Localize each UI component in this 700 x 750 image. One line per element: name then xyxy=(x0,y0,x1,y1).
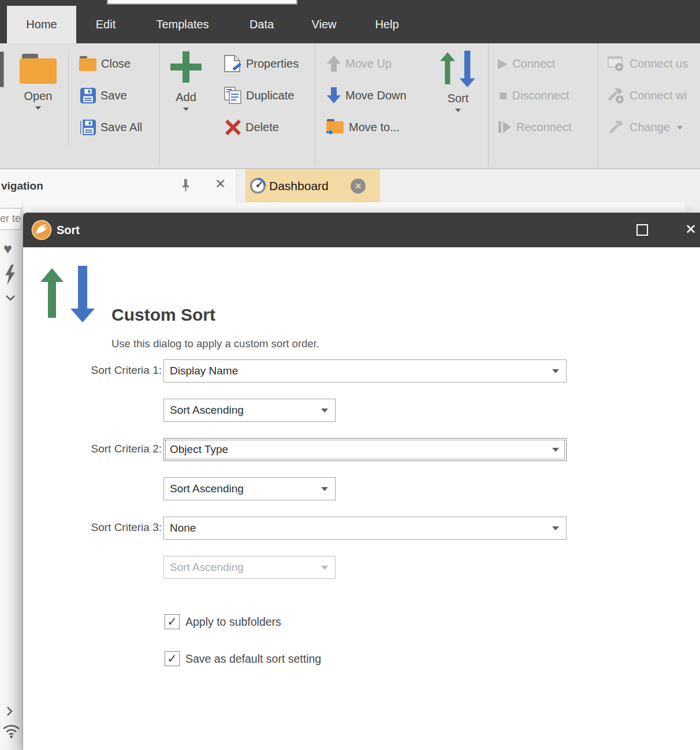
combo-caret-icon xyxy=(552,369,559,373)
content-top-band xyxy=(0,202,684,214)
search-input[interactable]: er te xyxy=(0,208,21,230)
group-separator xyxy=(598,44,598,167)
sort-criteria-1-label: Sort Criteria 1: xyxy=(35,364,162,377)
tab-home[interactable]: Home xyxy=(7,6,76,43)
move-to-folder-icon xyxy=(326,119,344,135)
save-button[interactable]: Save xyxy=(80,87,127,104)
folder-close-icon xyxy=(79,56,96,71)
dialog-title: Sort xyxy=(57,213,80,247)
save-all-icon xyxy=(79,120,96,135)
tab-templates[interactable]: Templates xyxy=(141,6,224,43)
sort-button[interactable]: Sort xyxy=(439,49,477,112)
arrow-down-icon xyxy=(327,87,341,103)
window-edge-strip xyxy=(107,0,297,5)
navigation-panel-title: vigation xyxy=(1,169,43,202)
tab-strip: vigation ✕ Dashboard ✕ xyxy=(0,169,700,202)
dropdown-caret-icon xyxy=(677,126,683,129)
save-default-label: Save as default sort setting xyxy=(185,652,321,666)
folder-open-icon xyxy=(14,54,62,84)
pin-icon[interactable] xyxy=(181,179,191,192)
lightning-icon[interactable] xyxy=(4,265,16,285)
combo-caret-icon xyxy=(321,566,328,570)
dropdown-caret-icon xyxy=(35,106,41,110)
inner-separator xyxy=(68,49,69,147)
clipped-button-fragment xyxy=(0,51,4,87)
wifi-icon[interactable] xyxy=(2,723,20,738)
connect-button[interactable]: ▶ Connect xyxy=(498,55,555,72)
maximize-icon[interactable] xyxy=(636,224,648,236)
dialog-heading: Custom Sort xyxy=(111,305,215,325)
duplicate-button[interactable]: Duplicate xyxy=(224,87,294,104)
combo-caret-icon xyxy=(552,448,559,452)
play-icon: ▶ xyxy=(498,56,508,71)
combo-caret-icon xyxy=(552,526,559,530)
close-dialog-icon[interactable]: ✕ xyxy=(682,213,700,247)
sort-criteria-1-select[interactable]: Display Name xyxy=(163,359,567,383)
arrow-up-icon xyxy=(327,55,341,72)
dialog-subtitle: Use this dialog to apply a custom sort o… xyxy=(111,337,319,350)
chevron-down-icon[interactable] xyxy=(5,295,16,302)
connect-using-button[interactable]: Connect us xyxy=(608,55,688,72)
combo-caret-icon xyxy=(321,409,328,413)
combo-caret-icon xyxy=(321,487,328,491)
sort-criteria-2-select[interactable]: Object Type xyxy=(163,438,567,461)
dialog-title-bar[interactable]: Sort ✕ xyxy=(23,213,700,247)
hammer-play-icon xyxy=(608,87,625,104)
duplicate-icon xyxy=(224,87,241,104)
change-button[interactable]: Change xyxy=(609,118,683,136)
move-to-button[interactable]: Move to... xyxy=(326,118,400,136)
group-separator xyxy=(159,44,159,167)
gauge-icon xyxy=(250,177,266,194)
dropdown-caret-icon xyxy=(183,107,189,111)
application-window: Home Edit Templates Data View Help Open xyxy=(0,0,700,750)
sort-arrows-icon xyxy=(439,49,477,87)
open-button[interactable]: Open xyxy=(14,54,62,110)
navigation-panel-header: vigation ✕ xyxy=(0,169,237,202)
hammer-icon xyxy=(609,120,625,135)
stop-icon: ■ xyxy=(499,87,508,103)
reconnect-button[interactable]: Reconnect xyxy=(498,118,572,136)
window-play-icon xyxy=(608,56,625,72)
plus-icon xyxy=(166,51,206,83)
properties-button[interactable]: Properties xyxy=(224,55,299,72)
dashboard-tab-label: Dashboard xyxy=(269,169,329,202)
disconnect-button[interactable]: ■ Disconnect xyxy=(499,87,569,104)
sort-criteria-3-select[interactable]: None xyxy=(163,517,567,540)
save-icon xyxy=(80,88,96,103)
navigation-panel-strip: er te ♥ xyxy=(0,202,23,750)
save-default-checkbox[interactable]: ✓ xyxy=(165,651,180,666)
dropdown-caret-icon xyxy=(455,109,461,112)
save-all-button[interactable]: Save All xyxy=(79,118,142,136)
close-panel-icon[interactable]: ✕ xyxy=(215,176,226,192)
search-placeholder-fragment: er te xyxy=(0,213,21,225)
sort-order-2-select[interactable]: Sort Ascending xyxy=(163,477,336,500)
tab-help[interactable]: Help xyxy=(363,6,411,43)
sort-dialog: Sort ✕ Custom Sort Use this dialog to ap… xyxy=(23,213,700,750)
move-down-button[interactable]: Move Down xyxy=(327,87,407,104)
close-button[interactable]: Close xyxy=(79,55,131,72)
close-tab-icon[interactable]: ✕ xyxy=(351,179,366,194)
dashboard-tab[interactable]: Dashboard ✕ xyxy=(245,169,380,202)
hammer-play-icon-button[interactable]: Connect wi xyxy=(608,87,687,104)
group-separator xyxy=(488,44,489,167)
add-button[interactable]: Add xyxy=(166,51,206,111)
sort-criteria-2-label: Sort Criteria 2: xyxy=(35,443,162,455)
properties-icon xyxy=(224,55,241,72)
sort-order-3-select: Sort Ascending xyxy=(163,556,336,579)
apply-subfolders-checkbox[interactable]: ✓ xyxy=(165,614,180,629)
menu-bar: Home Edit Templates Data View Help xyxy=(0,0,700,43)
dialog-body: Custom Sort Use this dialog to apply a c… xyxy=(23,247,700,750)
tab-data[interactable]: Data xyxy=(234,6,289,43)
move-up-button[interactable]: Move Up xyxy=(327,55,392,72)
delete-button[interactable]: Delete xyxy=(225,118,279,136)
sort-order-1-select[interactable]: Sort Ascending xyxy=(163,399,336,422)
group-separator xyxy=(315,44,315,167)
apply-subfolders-label: Apply to subfolders xyxy=(185,615,281,629)
tab-view[interactable]: View xyxy=(299,6,349,43)
custom-sort-arrows-icon xyxy=(40,263,96,322)
heart-icon[interactable]: ♥ xyxy=(3,240,12,257)
sort-criteria-3-label: Sort Criteria 3: xyxy=(35,521,162,534)
reconnect-icon xyxy=(498,120,512,134)
tab-edit[interactable]: Edit xyxy=(84,6,128,43)
chevron-right-icon[interactable] xyxy=(6,706,13,716)
